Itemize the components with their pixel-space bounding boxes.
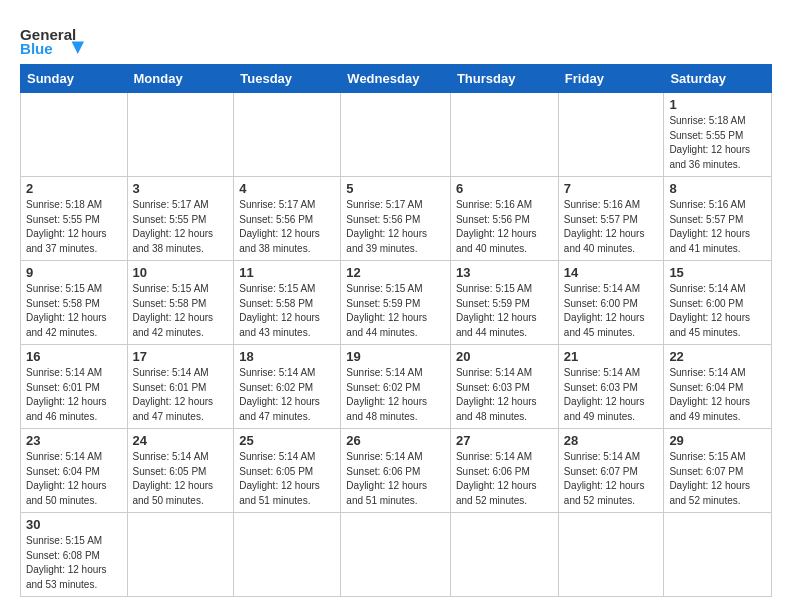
- calendar-cell: 2Sunrise: 5:18 AM Sunset: 5:55 PM Daylig…: [21, 177, 128, 261]
- calendar-header-friday: Friday: [558, 65, 664, 93]
- day-info: Sunrise: 5:14 AM Sunset: 6:02 PM Dayligh…: [346, 366, 445, 424]
- svg-text:Blue: Blue: [20, 40, 53, 56]
- day-number: 15: [669, 265, 766, 280]
- day-info: Sunrise: 5:17 AM Sunset: 5:55 PM Dayligh…: [133, 198, 229, 256]
- calendar-cell: 11Sunrise: 5:15 AM Sunset: 5:58 PM Dayli…: [234, 261, 341, 345]
- day-number: 6: [456, 181, 553, 196]
- day-info: Sunrise: 5:18 AM Sunset: 5:55 PM Dayligh…: [26, 198, 122, 256]
- calendar-week-1: 1Sunrise: 5:18 AM Sunset: 5:55 PM Daylig…: [21, 93, 772, 177]
- day-number: 27: [456, 433, 553, 448]
- calendar-cell: [558, 93, 664, 177]
- calendar-cell: [341, 513, 451, 597]
- day-info: Sunrise: 5:14 AM Sunset: 6:01 PM Dayligh…: [26, 366, 122, 424]
- day-info: Sunrise: 5:14 AM Sunset: 6:07 PM Dayligh…: [564, 450, 659, 508]
- calendar-cell: [127, 513, 234, 597]
- day-info: Sunrise: 5:14 AM Sunset: 6:04 PM Dayligh…: [26, 450, 122, 508]
- calendar-week-6: 30Sunrise: 5:15 AM Sunset: 6:08 PM Dayli…: [21, 513, 772, 597]
- day-number: 26: [346, 433, 445, 448]
- calendar-cell: 23Sunrise: 5:14 AM Sunset: 6:04 PM Dayli…: [21, 429, 128, 513]
- calendar-cell: 21Sunrise: 5:14 AM Sunset: 6:03 PM Dayli…: [558, 345, 664, 429]
- calendar-header-sunday: Sunday: [21, 65, 128, 93]
- calendar-cell: [664, 513, 772, 597]
- day-info: Sunrise: 5:15 AM Sunset: 5:58 PM Dayligh…: [26, 282, 122, 340]
- calendar-week-2: 2Sunrise: 5:18 AM Sunset: 5:55 PM Daylig…: [21, 177, 772, 261]
- calendar-header-row: SundayMondayTuesdayWednesdayThursdayFrid…: [21, 65, 772, 93]
- day-info: Sunrise: 5:15 AM Sunset: 5:59 PM Dayligh…: [346, 282, 445, 340]
- day-number: 5: [346, 181, 445, 196]
- svg-marker-2: [72, 42, 84, 54]
- day-info: Sunrise: 5:16 AM Sunset: 5:56 PM Dayligh…: [456, 198, 553, 256]
- calendar-week-4: 16Sunrise: 5:14 AM Sunset: 6:01 PM Dayli…: [21, 345, 772, 429]
- calendar-cell: 1Sunrise: 5:18 AM Sunset: 5:55 PM Daylig…: [664, 93, 772, 177]
- day-number: 12: [346, 265, 445, 280]
- day-number: 16: [26, 349, 122, 364]
- day-info: Sunrise: 5:15 AM Sunset: 5:59 PM Dayligh…: [456, 282, 553, 340]
- calendar-cell: 3Sunrise: 5:17 AM Sunset: 5:55 PM Daylig…: [127, 177, 234, 261]
- logo-image: General Blue: [20, 20, 100, 56]
- calendar-cell: [127, 93, 234, 177]
- calendar-cell: 17Sunrise: 5:14 AM Sunset: 6:01 PM Dayli…: [127, 345, 234, 429]
- calendar-cell: 7Sunrise: 5:16 AM Sunset: 5:57 PM Daylig…: [558, 177, 664, 261]
- calendar-cell: [234, 93, 341, 177]
- calendar-cell: 22Sunrise: 5:14 AM Sunset: 6:04 PM Dayli…: [664, 345, 772, 429]
- calendar-cell: 14Sunrise: 5:14 AM Sunset: 6:00 PM Dayli…: [558, 261, 664, 345]
- day-number: 28: [564, 433, 659, 448]
- calendar-cell: [21, 93, 128, 177]
- calendar-week-5: 23Sunrise: 5:14 AM Sunset: 6:04 PM Dayli…: [21, 429, 772, 513]
- day-number: 10: [133, 265, 229, 280]
- day-info: Sunrise: 5:15 AM Sunset: 5:58 PM Dayligh…: [239, 282, 335, 340]
- day-info: Sunrise: 5:14 AM Sunset: 6:05 PM Dayligh…: [239, 450, 335, 508]
- day-number: 3: [133, 181, 229, 196]
- day-info: Sunrise: 5:14 AM Sunset: 6:00 PM Dayligh…: [669, 282, 766, 340]
- calendar-cell: 5Sunrise: 5:17 AM Sunset: 5:56 PM Daylig…: [341, 177, 451, 261]
- calendar-cell: 10Sunrise: 5:15 AM Sunset: 5:58 PM Dayli…: [127, 261, 234, 345]
- day-number: 24: [133, 433, 229, 448]
- calendar-header-saturday: Saturday: [664, 65, 772, 93]
- day-number: 21: [564, 349, 659, 364]
- day-info: Sunrise: 5:15 AM Sunset: 6:08 PM Dayligh…: [26, 534, 122, 592]
- calendar-cell: 30Sunrise: 5:15 AM Sunset: 6:08 PM Dayli…: [21, 513, 128, 597]
- day-number: 7: [564, 181, 659, 196]
- calendar-cell: 9Sunrise: 5:15 AM Sunset: 5:58 PM Daylig…: [21, 261, 128, 345]
- calendar-header-thursday: Thursday: [450, 65, 558, 93]
- day-number: 13: [456, 265, 553, 280]
- calendar-cell: 15Sunrise: 5:14 AM Sunset: 6:00 PM Dayli…: [664, 261, 772, 345]
- day-number: 29: [669, 433, 766, 448]
- calendar-cell: 8Sunrise: 5:16 AM Sunset: 5:57 PM Daylig…: [664, 177, 772, 261]
- day-number: 4: [239, 181, 335, 196]
- day-info: Sunrise: 5:16 AM Sunset: 5:57 PM Dayligh…: [669, 198, 766, 256]
- day-info: Sunrise: 5:14 AM Sunset: 6:06 PM Dayligh…: [346, 450, 445, 508]
- calendar-cell: 16Sunrise: 5:14 AM Sunset: 6:01 PM Dayli…: [21, 345, 128, 429]
- logo: General Blue: [20, 20, 100, 56]
- day-info: Sunrise: 5:17 AM Sunset: 5:56 PM Dayligh…: [346, 198, 445, 256]
- calendar-cell: 28Sunrise: 5:14 AM Sunset: 6:07 PM Dayli…: [558, 429, 664, 513]
- day-number: 18: [239, 349, 335, 364]
- calendar-cell: [558, 513, 664, 597]
- calendar-week-3: 9Sunrise: 5:15 AM Sunset: 5:58 PM Daylig…: [21, 261, 772, 345]
- day-number: 1: [669, 97, 766, 112]
- day-info: Sunrise: 5:14 AM Sunset: 6:00 PM Dayligh…: [564, 282, 659, 340]
- calendar-cell: [450, 513, 558, 597]
- day-info: Sunrise: 5:14 AM Sunset: 6:01 PM Dayligh…: [133, 366, 229, 424]
- day-info: Sunrise: 5:14 AM Sunset: 6:06 PM Dayligh…: [456, 450, 553, 508]
- header: General Blue: [20, 16, 772, 56]
- day-info: Sunrise: 5:14 AM Sunset: 6:05 PM Dayligh…: [133, 450, 229, 508]
- calendar-cell: [234, 513, 341, 597]
- calendar-cell: [341, 93, 451, 177]
- calendar-cell: 20Sunrise: 5:14 AM Sunset: 6:03 PM Dayli…: [450, 345, 558, 429]
- calendar-cell: 13Sunrise: 5:15 AM Sunset: 5:59 PM Dayli…: [450, 261, 558, 345]
- day-number: 14: [564, 265, 659, 280]
- day-info: Sunrise: 5:15 AM Sunset: 5:58 PM Dayligh…: [133, 282, 229, 340]
- day-number: 11: [239, 265, 335, 280]
- calendar-header-wednesday: Wednesday: [341, 65, 451, 93]
- day-number: 22: [669, 349, 766, 364]
- day-number: 8: [669, 181, 766, 196]
- calendar-cell: 19Sunrise: 5:14 AM Sunset: 6:02 PM Dayli…: [341, 345, 451, 429]
- day-number: 9: [26, 265, 122, 280]
- day-number: 30: [26, 517, 122, 532]
- calendar-cell: 26Sunrise: 5:14 AM Sunset: 6:06 PM Dayli…: [341, 429, 451, 513]
- page: General Blue SundayMondayTuesdayWednesda…: [0, 0, 792, 612]
- day-info: Sunrise: 5:16 AM Sunset: 5:57 PM Dayligh…: [564, 198, 659, 256]
- calendar-cell: 24Sunrise: 5:14 AM Sunset: 6:05 PM Dayli…: [127, 429, 234, 513]
- day-info: Sunrise: 5:15 AM Sunset: 6:07 PM Dayligh…: [669, 450, 766, 508]
